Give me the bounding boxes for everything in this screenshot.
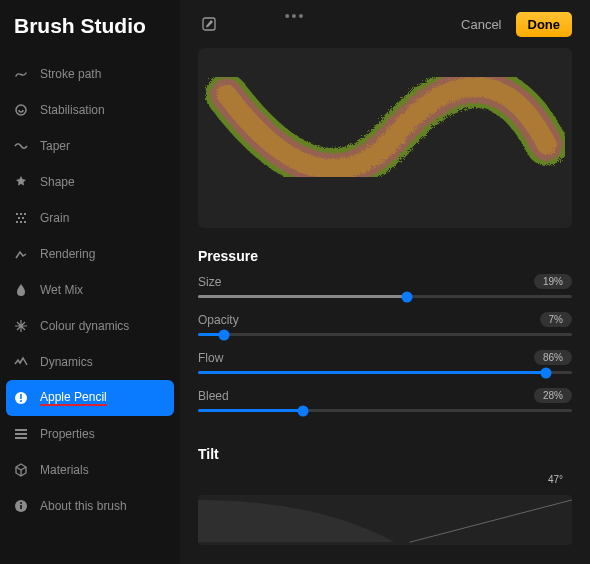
svg-rect-5 — [22, 217, 24, 219]
materials-icon — [14, 463, 28, 477]
brush-preview[interactable] — [198, 48, 572, 228]
bleed-value: 28% — [534, 388, 572, 403]
sidebar-item-label: Wet Mix — [40, 283, 83, 297]
rendering-icon — [14, 247, 28, 261]
size-label: Size — [198, 275, 221, 289]
svg-point-0 — [16, 105, 26, 115]
stroke-path-icon — [14, 67, 28, 81]
sidebar-item-stabilisation[interactable]: Stabilisation — [0, 92, 180, 128]
drag-handle-icon[interactable]: ••• — [285, 8, 306, 24]
sidebar-item-properties[interactable]: Properties — [0, 416, 180, 452]
size-slider[interactable] — [198, 295, 572, 298]
sidebar-item-label: Grain — [40, 211, 69, 225]
opacity-label: Opacity — [198, 313, 239, 327]
svg-rect-8 — [24, 221, 26, 223]
svg-point-17 — [20, 502, 22, 504]
topbar: Cancel Done — [198, 0, 572, 48]
sidebar-item-shape[interactable]: Shape — [0, 164, 180, 200]
sidebar-item-label: Shape — [40, 175, 75, 189]
bleed-label: Bleed — [198, 389, 229, 403]
sidebar-item-label: Apple Pencil — [40, 390, 107, 406]
svg-rect-3 — [24, 213, 26, 215]
opacity-value: 7% — [540, 312, 572, 327]
stabilisation-icon — [14, 103, 28, 117]
done-button[interactable]: Done — [516, 12, 573, 37]
svg-rect-1 — [16, 213, 18, 215]
size-slider-row: Size 19% — [198, 274, 572, 298]
svg-rect-14 — [15, 437, 27, 439]
sidebar-item-colour-dynamics[interactable]: Colour dynamics — [0, 308, 180, 344]
tilt-section-title: Tilt — [198, 446, 572, 462]
apple-pencil-icon — [14, 391, 28, 405]
sidebar-item-taper[interactable]: Taper — [0, 128, 180, 164]
opacity-slider[interactable] — [198, 333, 572, 336]
svg-rect-16 — [20, 505, 22, 509]
sidebar-item-label: Rendering — [40, 247, 95, 261]
svg-rect-2 — [20, 213, 22, 215]
sidebar-item-about[interactable]: About this brush — [0, 488, 180, 524]
sidebar-item-wet-mix[interactable]: Wet Mix — [0, 272, 180, 308]
sidebar-item-label: Properties — [40, 427, 95, 441]
flow-label: Flow — [198, 351, 223, 365]
bleed-slider-row: Bleed 28% — [198, 388, 572, 412]
sidebar-item-stroke-path[interactable]: Stroke path — [0, 56, 180, 92]
shape-icon — [14, 175, 28, 189]
sidebar-item-apple-pencil[interactable]: Apple Pencil — [6, 380, 174, 416]
properties-icon — [14, 428, 28, 440]
grain-icon — [14, 211, 28, 225]
tilt-graph[interactable] — [198, 495, 572, 545]
svg-rect-4 — [18, 217, 20, 219]
cancel-button[interactable]: Cancel — [461, 17, 501, 32]
dynamics-icon — [14, 356, 28, 368]
svg-rect-6 — [16, 221, 18, 223]
sidebar: Brush Studio Stroke path Stabilisation T… — [0, 0, 180, 564]
info-icon — [14, 499, 28, 513]
sidebar-item-label: Stabilisation — [40, 103, 105, 117]
sidebar-item-label: Stroke path — [40, 67, 101, 81]
svg-rect-13 — [15, 433, 27, 435]
sidebar-item-grain[interactable]: Grain — [0, 200, 180, 236]
wet-mix-icon — [14, 283, 28, 297]
svg-rect-7 — [20, 221, 22, 223]
flow-value: 86% — [534, 350, 572, 365]
svg-rect-12 — [15, 429, 27, 431]
pressure-section-title: Pressure — [198, 248, 572, 264]
opacity-slider-row: Opacity 7% — [198, 312, 572, 336]
main-panel: ••• Cancel Done Pressure — [180, 0, 590, 564]
sidebar-item-rendering[interactable]: Rendering — [0, 236, 180, 272]
svg-rect-10 — [20, 394, 22, 399]
sidebar-item-label: Dynamics — [40, 355, 93, 369]
flow-slider[interactable] — [198, 371, 572, 374]
colour-dynamics-icon — [14, 319, 28, 333]
size-value: 19% — [534, 274, 572, 289]
bleed-slider[interactable] — [198, 409, 572, 412]
app-title: Brush Studio — [0, 0, 180, 56]
tilt-value: 47° — [539, 472, 572, 487]
flow-slider-row: Flow 86% — [198, 350, 572, 374]
sidebar-item-label: About this brush — [40, 499, 127, 513]
taper-icon — [14, 141, 28, 151]
sidebar-item-dynamics[interactable]: Dynamics — [0, 344, 180, 380]
sidebar-item-materials[interactable]: Materials — [0, 452, 180, 488]
sidebar-item-label: Materials — [40, 463, 89, 477]
edit-button[interactable] — [198, 13, 220, 35]
svg-point-11 — [20, 400, 22, 402]
sidebar-item-label: Taper — [40, 139, 70, 153]
sidebar-item-label: Colour dynamics — [40, 319, 129, 333]
